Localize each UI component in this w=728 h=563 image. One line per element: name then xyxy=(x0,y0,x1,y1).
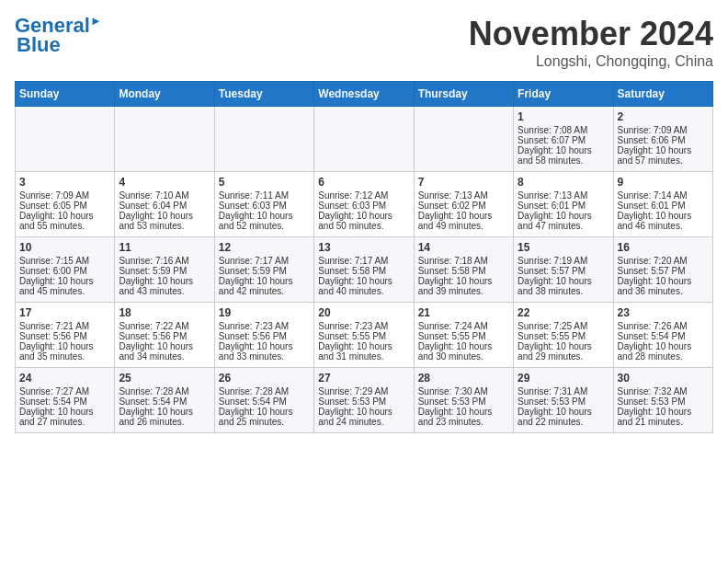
day-number: 3 xyxy=(19,176,110,189)
day-number: 6 xyxy=(318,176,409,189)
day-number: 14 xyxy=(418,241,509,254)
cell-info: Sunset: 6:00 PM xyxy=(19,266,110,276)
day-header-sunday: Sunday xyxy=(16,82,115,107)
calendar-cell: 26Sunrise: 7:28 AMSunset: 5:54 PMDayligh… xyxy=(214,368,313,433)
cell-info: Sunset: 5:56 PM xyxy=(19,331,110,341)
cell-info: Daylight: 10 hours xyxy=(318,407,409,417)
calendar-cell: 21Sunrise: 7:24 AMSunset: 5:55 PMDayligh… xyxy=(414,303,513,368)
cell-info: Sunset: 6:06 PM xyxy=(618,135,709,145)
cell-info: and 58 minutes. xyxy=(518,155,609,166)
calendar-cell xyxy=(214,107,313,172)
cell-info: Sunrise: 7:08 AM xyxy=(518,125,609,135)
cell-info: Sunset: 5:59 PM xyxy=(219,266,310,276)
week-row-1: 1Sunrise: 7:08 AMSunset: 6:07 PMDaylight… xyxy=(16,107,713,172)
cell-info: Sunrise: 7:27 AM xyxy=(19,386,110,396)
cell-info: Daylight: 10 hours xyxy=(219,276,310,286)
cell-info: Sunrise: 7:29 AM xyxy=(318,386,409,396)
cell-info: Sunset: 5:57 PM xyxy=(518,266,609,276)
calendar-cell: 18Sunrise: 7:22 AMSunset: 5:56 PMDayligh… xyxy=(115,303,214,368)
cell-info: Sunset: 5:55 PM xyxy=(518,331,609,341)
cell-info: Daylight: 10 hours xyxy=(219,211,310,221)
cell-info: Sunrise: 7:14 AM xyxy=(618,190,709,201)
cell-info: Sunset: 5:59 PM xyxy=(119,266,210,276)
cell-info: Sunrise: 7:31 AM xyxy=(518,386,609,396)
day-number: 26 xyxy=(219,372,310,385)
cell-info: Sunrise: 7:13 AM xyxy=(418,190,509,201)
cell-info: and 31 minutes. xyxy=(318,351,409,362)
cell-info: Sunset: 5:57 PM xyxy=(618,266,709,276)
calendar-cell: 5Sunrise: 7:11 AMSunset: 6:03 PMDaylight… xyxy=(214,172,313,237)
title-block: November 2024 Longshi, Chongqing, China xyxy=(469,15,713,70)
location: Longshi, Chongqing, China xyxy=(469,53,713,70)
cell-info: and 33 minutes. xyxy=(219,351,310,362)
cell-info: Sunrise: 7:19 AM xyxy=(518,256,609,266)
cell-info: Sunset: 6:01 PM xyxy=(618,201,709,211)
cell-info: Sunset: 5:54 PM xyxy=(119,396,210,407)
day-header-tuesday: Tuesday xyxy=(214,82,313,107)
cell-info: and 40 minutes. xyxy=(318,286,409,296)
day-number: 7 xyxy=(418,176,509,189)
cell-info: Sunrise: 7:17 AM xyxy=(219,256,310,266)
cell-info: Daylight: 10 hours xyxy=(418,276,509,286)
cell-info: and 39 minutes. xyxy=(418,286,509,296)
cell-info: Sunrise: 7:22 AM xyxy=(119,321,210,331)
cell-info: Sunrise: 7:10 AM xyxy=(119,190,210,201)
cell-info: and 53 minutes. xyxy=(119,221,210,231)
cell-info: and 38 minutes. xyxy=(518,286,609,296)
calendar-cell: 9Sunrise: 7:14 AMSunset: 6:01 PMDaylight… xyxy=(613,172,712,237)
page-header: General► Blue November 2024 Longshi, Cho… xyxy=(15,15,713,70)
cell-info: Sunrise: 7:11 AM xyxy=(219,190,310,201)
cell-info: and 25 minutes. xyxy=(219,417,310,427)
cell-info: Sunrise: 7:28 AM xyxy=(219,386,310,396)
cell-info: and 27 minutes. xyxy=(19,417,110,427)
calendar-cell: 27Sunrise: 7:29 AMSunset: 5:53 PMDayligh… xyxy=(314,368,414,433)
day-number: 10 xyxy=(19,241,110,254)
cell-info: Sunrise: 7:21 AM xyxy=(19,321,110,331)
calendar-cell: 10Sunrise: 7:15 AMSunset: 6:00 PMDayligh… xyxy=(16,237,115,303)
calendar-cell: 29Sunrise: 7:31 AMSunset: 5:53 PMDayligh… xyxy=(514,368,613,433)
day-number: 28 xyxy=(418,372,509,385)
cell-info: Sunset: 5:56 PM xyxy=(219,331,310,341)
day-number: 1 xyxy=(518,110,609,123)
calendar-cell xyxy=(314,107,414,172)
day-number: 15 xyxy=(518,241,609,254)
cell-info: Sunset: 5:54 PM xyxy=(219,396,310,407)
cell-info: and 47 minutes. xyxy=(518,221,609,231)
cell-info: and 26 minutes. xyxy=(119,417,210,427)
day-number: 20 xyxy=(318,306,409,319)
day-header-friday: Friday xyxy=(514,82,613,107)
week-row-4: 17Sunrise: 7:21 AMSunset: 5:56 PMDayligh… xyxy=(16,303,713,368)
day-number: 25 xyxy=(119,372,210,385)
day-number: 18 xyxy=(119,306,210,319)
cell-info: Sunrise: 7:23 AM xyxy=(219,321,310,331)
day-number: 13 xyxy=(318,241,409,254)
cell-info: Daylight: 10 hours xyxy=(518,341,609,351)
day-number: 21 xyxy=(418,306,509,319)
week-row-5: 24Sunrise: 7:27 AMSunset: 5:54 PMDayligh… xyxy=(16,368,713,433)
cell-info: Sunrise: 7:25 AM xyxy=(518,321,609,331)
cell-info: and 24 minutes. xyxy=(318,417,409,427)
cell-info: and 43 minutes. xyxy=(119,286,210,296)
calendar-cell: 7Sunrise: 7:13 AMSunset: 6:02 PMDaylight… xyxy=(414,172,513,237)
cell-info: Sunset: 5:56 PM xyxy=(119,331,210,341)
cell-info: Sunset: 5:53 PM xyxy=(618,396,709,407)
cell-info: Sunrise: 7:23 AM xyxy=(318,321,409,331)
cell-info: and 52 minutes. xyxy=(219,221,310,231)
cell-info: Sunset: 6:03 PM xyxy=(318,201,409,211)
calendar-cell: 13Sunrise: 7:17 AMSunset: 5:58 PMDayligh… xyxy=(314,237,414,303)
cell-info: Daylight: 10 hours xyxy=(19,341,110,351)
day-number: 16 xyxy=(618,241,709,254)
cell-info: Daylight: 10 hours xyxy=(618,276,709,286)
calendar-cell: 22Sunrise: 7:25 AMSunset: 5:55 PMDayligh… xyxy=(514,303,613,368)
cell-info: and 35 minutes. xyxy=(19,351,110,362)
header-row: SundayMondayTuesdayWednesdayThursdayFrid… xyxy=(16,82,713,107)
cell-info: Daylight: 10 hours xyxy=(418,211,509,221)
cell-info: Sunset: 5:54 PM xyxy=(618,331,709,341)
calendar-cell: 19Sunrise: 7:23 AMSunset: 5:56 PMDayligh… xyxy=(214,303,313,368)
calendar-cell: 6Sunrise: 7:12 AMSunset: 6:03 PMDaylight… xyxy=(314,172,414,237)
cell-info: Daylight: 10 hours xyxy=(318,341,409,351)
day-number: 4 xyxy=(119,176,210,189)
cell-info: Sunset: 6:07 PM xyxy=(518,135,609,145)
cell-info: Sunset: 5:53 PM xyxy=(418,396,509,407)
cell-info: Sunset: 5:58 PM xyxy=(418,266,509,276)
